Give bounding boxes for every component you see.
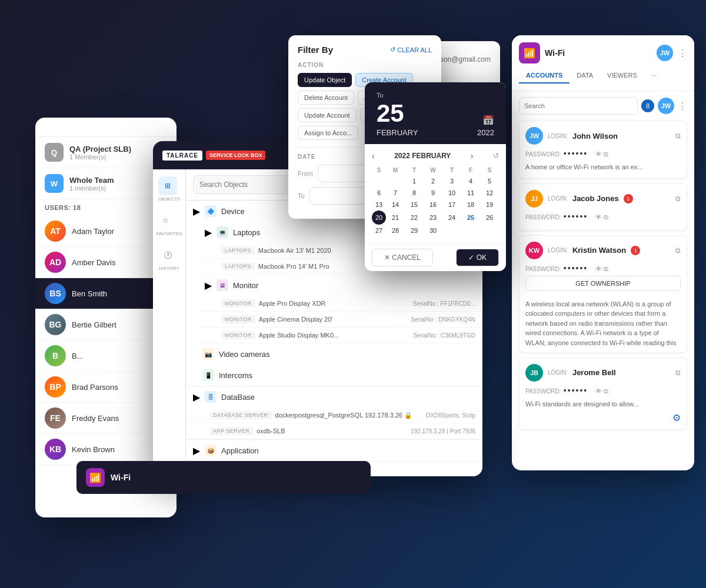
member-name-amber: Amber Davis: [72, 258, 115, 267]
cal-cell-25[interactable]: 25: [461, 211, 480, 225]
account-avatar-header: JW: [657, 45, 673, 61]
cal-week-5: 27 28 29 30: [372, 225, 499, 236]
videocam-header[interactable]: 📷 Video cameras: [186, 343, 482, 365]
accounts-menu-icon[interactable]: ⋮: [678, 101, 687, 112]
clear-all-btn[interactable]: ↺ CLEAR ALL: [390, 46, 432, 54]
accounts-header: 📶 Wi-Fi JW ⋮ ACCOUNTS DATA VIEWERS ···: [512, 35, 694, 91]
member-name-b: B...: [72, 352, 84, 360]
monitor-cat-2: MONITOR: [221, 315, 255, 323]
database-header[interactable]: ▶ 🗄 DataBase: [186, 386, 482, 407]
copy-icon-jacob[interactable]: ⧉: [675, 195, 681, 203]
group-database: ▶ 🗄 DataBase DATABASE SERVER dockerpostg…: [186, 386, 482, 440]
cal-week-3: 13 14 15 16 17 18 19: [372, 199, 499, 211]
tab-viewers[interactable]: VIEWERS: [600, 68, 644, 83]
right-tabs: ACCOUNTS DATA VIEWERS ···: [519, 68, 687, 83]
calendar-panel: To 25 📅 FEBRUARY 2022 ‹ 2022 FEBRUARY › …: [365, 82, 506, 271]
accounts-search-input[interactable]: [519, 97, 638, 115]
wifi-tooltip: 📶 Wi-Fi: [76, 461, 371, 494]
application-header[interactable]: ▶ 📦 Application: [186, 440, 482, 461]
cal-date-number: 25: [377, 101, 404, 126]
tab-data[interactable]: DATA: [570, 68, 600, 83]
cal-cell-5[interactable]: 5: [480, 175, 499, 187]
cal-cell-14[interactable]: 14: [386, 199, 405, 211]
cal-cell-1[interactable]: 1: [405, 175, 424, 187]
cal-cell-8[interactable]: 8: [405, 187, 424, 199]
cal-cell-15[interactable]: 15: [405, 199, 424, 211]
cal-cell-23[interactable]: 23: [424, 211, 442, 225]
cal-cell-10[interactable]: 10: [442, 187, 461, 199]
cal-cell-26[interactable]: 26: [480, 211, 499, 225]
get-ownership-btn[interactable]: GET OWNERSHIP: [525, 276, 681, 291]
avatar-john: JW: [525, 127, 543, 145]
cal-cell-2[interactable]: 2: [424, 175, 442, 187]
avatar-adam: AT: [45, 220, 66, 242]
cal-cell-9[interactable]: 9: [424, 187, 442, 199]
intercoms-header[interactable]: 📱 Intercoms: [186, 365, 482, 386]
cal-cell-6[interactable]: 6: [372, 187, 386, 199]
tab-accounts[interactable]: ACCOUNTS: [519, 68, 570, 83]
laptops-cat-2: LAPTOPS: [221, 262, 255, 270]
laptops-cat-1: LAPTOPS: [221, 246, 255, 255]
cinema-display-item[interactable]: MONITOR Apple Cinema Display 20' SerialN…: [198, 312, 482, 328]
sidebar-favorites-icon[interactable]: ☆: [156, 211, 175, 230]
header-menu-icon[interactable]: ⋮: [678, 48, 687, 59]
cal-cell-17[interactable]: 17: [442, 199, 461, 211]
cal-cell-24[interactable]: 24: [442, 211, 461, 225]
cal-cell-19[interactable]: 19: [480, 199, 499, 211]
copy-icon-kristin[interactable]: ⧉: [675, 246, 681, 255]
macbook-pro-label: Macbook Pro 14' M1 Pro: [258, 263, 329, 270]
copy-icon-john[interactable]: ⧉: [675, 132, 681, 140]
cal-cell-13[interactable]: 13: [372, 199, 386, 211]
cal-next-btn[interactable]: ›: [471, 151, 474, 161]
cal-cell-29[interactable]: 29: [405, 225, 424, 236]
cal-prev-btn[interactable]: ‹: [372, 151, 375, 161]
cal-cell-21[interactable]: 21: [386, 211, 405, 225]
cal-refresh-icon[interactable]: ↺: [493, 152, 499, 160]
account-card-kristin: KW LOGIN: Kristin Watson 1 ⧉ PASSWORD: •…: [519, 235, 687, 353]
settings-icon-jerome[interactable]: ⚙: [672, 413, 681, 423]
cal-ok-btn[interactable]: ✓ OK: [456, 249, 499, 266]
cal-cancel-btn[interactable]: ✕ CANCEL: [372, 249, 433, 266]
cal-cell-11[interactable]: 11: [461, 187, 480, 199]
cal-day-w: W: [424, 165, 442, 175]
cal-cell-18[interactable]: 18: [461, 199, 480, 211]
cal-cell-3[interactable]: 3: [442, 175, 461, 187]
studio-display-label: Apple Studio Display MK0...: [259, 332, 339, 339]
sidebar-history-icon[interactable]: 🕐: [159, 246, 178, 265]
cal-cell-27[interactable]: 27: [372, 225, 386, 236]
sidebar-favorites-label: FAVORITES: [156, 231, 182, 236]
tab-more[interactable]: ···: [644, 68, 664, 83]
studio-serial: SerialNo : C36ML9TGD: [413, 332, 475, 339]
monitor-header[interactable]: ▶ 🖥 Monitor: [198, 275, 482, 296]
cal-cell-7[interactable]: 7: [386, 187, 405, 199]
cal-cell-28[interactable]: 28: [386, 225, 405, 236]
display-xdr-item[interactable]: MONITOR Apple Pro Display XDR SerialNo :…: [198, 296, 482, 312]
cal-cell-4[interactable]: 4: [461, 175, 480, 187]
cal-grid: S M T W T F S 1 2 3 4 5: [372, 165, 499, 236]
qa-group-icon: Q: [45, 143, 64, 162]
cal-nav-title: 2022 FEBRUARY: [394, 152, 451, 160]
jacob-badge: 1: [624, 194, 633, 203]
filter-title: Filter By: [298, 45, 333, 55]
cal-cell-30[interactable]: 30: [424, 225, 442, 236]
sidebar-objects-icon[interactable]: ⊞: [158, 176, 177, 195]
cal-cell-empty3: [461, 225, 480, 236]
cal-cell-16[interactable]: 16: [424, 199, 442, 211]
oxdb-item[interactable]: APP SERVER oxdb-SLB 192.178.3.28 | Port …: [186, 423, 482, 439]
studio-display-item[interactable]: MONITOR Apple Studio Display MK0... Seri…: [198, 328, 482, 343]
talrace-logo: TALRACE SERVICE LOCK BOX: [162, 151, 265, 161]
chip-delete-account[interactable]: Delete Account: [298, 91, 354, 105]
postgres-item[interactable]: DATABASE SERVER dockerpostgresql_Postgre…: [186, 407, 482, 423]
chip-update-object[interactable]: Update Object: [298, 73, 352, 87]
chip-update-account[interactable]: Update Account: [298, 108, 357, 122]
wifi-panel-title: Wi-Fi: [545, 48, 565, 58]
account-card-jerome: JB LOGIN: Jerome Bell ⧉ PASSWORD: ••••••…: [519, 358, 687, 430]
chip-assign-account[interactable]: Assign to Acco...: [298, 126, 358, 140]
cal-cell-22[interactable]: 22: [405, 211, 424, 225]
cal-cell-20[interactable]: 20: [372, 211, 386, 225]
postgres-label: dockerpostgresql_PostgreSQL 192.178.3.26…: [275, 412, 413, 419]
cal-cell-12[interactable]: 12: [480, 187, 499, 199]
cal-header: To 25 📅 FEBRUARY 2022: [365, 82, 506, 144]
cal-calendar-icon[interactable]: 📅: [482, 115, 494, 126]
copy-icon-jerome[interactable]: ⧉: [675, 369, 681, 377]
